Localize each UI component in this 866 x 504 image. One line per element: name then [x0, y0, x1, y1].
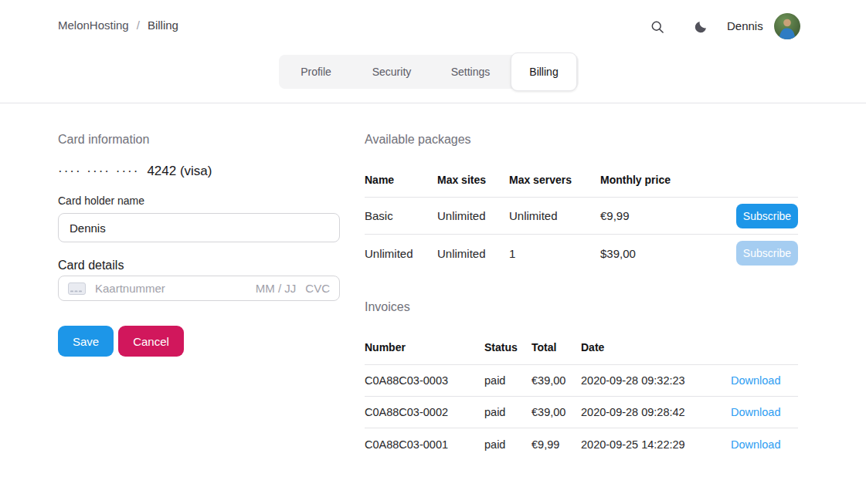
invoice-row: C0A88C03-0001 paid €9,99 2020-09-25 14:2…: [365, 428, 798, 460]
credit-card-icon: [68, 282, 86, 295]
breadcrumb-app[interactable]: MelonHosting: [58, 19, 129, 32]
package-max-servers: 1: [509, 247, 600, 260]
col-total: Total: [531, 341, 581, 353]
card-information-title: Card information: [58, 132, 340, 147]
search-icon[interactable]: [650, 19, 665, 35]
card-details-input[interactable]: MM / JJ CVC: [58, 276, 340, 301]
package-row-unlimited: Unlimited Unlimited 1 $39,00 Subscribe: [365, 235, 798, 272]
card-expiry-placeholder[interactable]: MM / JJ: [256, 282, 297, 295]
invoice-total: €9,99: [531, 438, 581, 451]
invoices-table-header: Number Status Total Date: [365, 341, 798, 365]
download-invoice-link[interactable]: Download: [731, 406, 798, 418]
packages-table-header: Name Max sites Max servers Monthly price: [365, 174, 798, 198]
card-details-label: Card details: [58, 258, 340, 273]
invoice-status: paid: [484, 374, 531, 387]
tab-security[interactable]: Security: [353, 55, 430, 89]
invoice-total: €39,00: [531, 374, 581, 387]
invoice-status: paid: [484, 438, 531, 451]
invoice-number: C0A88C03-0003: [365, 374, 484, 387]
package-monthly-price: $39,00: [600, 247, 736, 260]
package-max-servers: Unlimited: [509, 209, 600, 222]
package-row-basic: Basic Unlimited Unlimited €9,99 Subscrib…: [365, 198, 798, 235]
subscribe-button-unlimited[interactable]: Subscribe: [736, 241, 798, 266]
invoice-row: C0A88C03-0002 paid €39,00 2020-09-28 09:…: [365, 397, 798, 428]
invoice-date: 2020-09-28 09:32:23: [581, 374, 731, 387]
user-avatar[interactable]: [774, 13, 800, 39]
invoice-status: paid: [484, 406, 531, 418]
tab-billing[interactable]: Billing: [511, 52, 577, 91]
card-information-section: Card information ···· ···· ···· 4242 (vi…: [58, 126, 340, 357]
save-button[interactable]: Save: [58, 326, 114, 357]
breadcrumb-separator: /: [137, 19, 140, 32]
download-invoice-link[interactable]: Download: [731, 374, 798, 387]
tab-settings[interactable]: Settings: [430, 55, 511, 89]
card-cvc-placeholder[interactable]: CVC: [305, 282, 330, 295]
package-max-sites: Unlimited: [437, 247, 509, 260]
package-max-sites: Unlimited: [437, 209, 509, 222]
col-monthly-price: Monthly price: [600, 174, 736, 186]
invoices-title: Invoices: [365, 299, 798, 315]
invoice-number: C0A88C03-0001: [365, 438, 484, 451]
invoice-date: 2020-09-25 14:22:29: [581, 438, 731, 451]
col-name: Name: [365, 174, 437, 186]
package-name: Unlimited: [365, 247, 437, 260]
breadcrumb-page: Billing: [148, 19, 178, 32]
card-last4-brand: 4242 (visa): [147, 164, 212, 179]
col-number: Number: [365, 341, 484, 353]
card-holder-name-input[interactable]: [58, 213, 340, 242]
col-status: Status: [484, 341, 531, 353]
card-form-actions: Save Cancel: [58, 326, 340, 357]
card-number-input[interactable]: [95, 282, 256, 295]
user-name[interactable]: Dennis: [727, 19, 763, 32]
saved-card-summary: ···· ···· ···· 4242 (visa): [58, 162, 340, 181]
breadcrumb: MelonHosting / Billing: [58, 19, 178, 32]
invoice-row: C0A88C03-0003 paid €39,00 2020-09-28 09:…: [365, 365, 798, 397]
package-name: Basic: [365, 209, 437, 222]
masked-card-dots: ···· ···· ····: [58, 164, 139, 179]
col-max-servers: Max servers: [509, 174, 600, 186]
available-packages-title: Available packages: [365, 132, 798, 147]
tab-profile[interactable]: Profile: [279, 55, 353, 89]
package-monthly-price: €9,99: [600, 209, 736, 222]
col-max-sites: Max sites: [437, 174, 509, 186]
invoice-number: C0A88C03-0002: [365, 406, 484, 418]
download-invoice-link[interactable]: Download: [731, 438, 798, 451]
invoice-total: €39,00: [531, 406, 581, 418]
billing-main: Available packages Name Max sites Max se…: [365, 126, 798, 460]
col-date: Date: [581, 341, 731, 353]
invoice-date: 2020-09-28 09:28:42: [581, 406, 731, 418]
subscribe-button-basic[interactable]: Subscribe: [736, 204, 798, 228]
moon-icon[interactable]: [693, 19, 708, 35]
cancel-button[interactable]: Cancel: [118, 326, 184, 357]
top-header: MelonHosting / Billing Dennis: [0, 0, 866, 103]
tabbar: Profile Security Settings Billing: [279, 55, 579, 89]
card-holder-name-label: Card holder name: [58, 194, 340, 208]
